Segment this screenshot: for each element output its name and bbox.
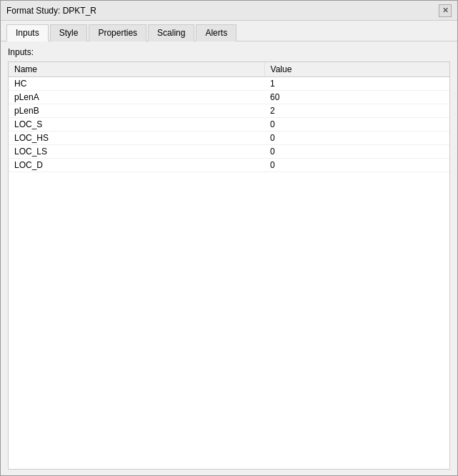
inputs-table: Name Value HC1pLenA60pLenB2LOC_S0LOC_HS0…: [9, 62, 449, 172]
tab-bar: Inputs Style Properties Scaling Alerts: [1, 21, 457, 41]
row-name-cell: LOC_D: [9, 159, 264, 172]
table-row: HC1: [9, 77, 449, 91]
row-value-cell: 60: [264, 91, 449, 104]
table-row: LOC_HS0: [9, 132, 449, 145]
table-row: LOC_LS0: [9, 145, 449, 159]
tab-alerts[interactable]: Alerts: [196, 24, 237, 41]
close-button[interactable]: ✕: [439, 4, 452, 17]
table-row: pLenB2: [9, 104, 449, 118]
row-value-cell: 0: [264, 159, 449, 172]
row-value-cell: 0: [264, 132, 449, 145]
table-header-row: Name Value: [9, 62, 449, 77]
section-label: Inputs:: [8, 47, 450, 57]
row-value-cell: 0: [264, 145, 449, 159]
row-name-cell: LOC_S: [9, 118, 264, 132]
main-window: Format Study: DPKT_R ✕ Inputs Style Prop…: [0, 0, 458, 476]
table-container[interactable]: Name Value HC1pLenA60pLenB2LOC_S0LOC_HS0…: [8, 61, 450, 470]
content-area: Inputs: Name Value HC1pLenA60pLenB2LOC_S…: [1, 41, 457, 475]
column-value-header: Value: [264, 62, 449, 77]
column-name-header: Name: [9, 62, 264, 77]
row-value-cell: 0: [264, 118, 449, 132]
row-name-cell: pLenB: [9, 104, 264, 118]
tab-properties[interactable]: Properties: [89, 24, 146, 41]
table-body: HC1pLenA60pLenB2LOC_S0LOC_HS0LOC_LS0LOC_…: [9, 77, 449, 172]
row-name-cell: LOC_HS: [9, 132, 264, 145]
title-bar: Format Study: DPKT_R ✕: [1, 1, 457, 21]
table-row: LOC_D0: [9, 159, 449, 172]
tab-inputs[interactable]: Inputs: [6, 24, 49, 41]
row-name-cell: HC: [9, 77, 264, 91]
row-name-cell: pLenA: [9, 91, 264, 104]
table-row: pLenA60: [9, 91, 449, 104]
table-row: LOC_S0: [9, 118, 449, 132]
row-name-cell: LOC_LS: [9, 145, 264, 159]
tab-scaling[interactable]: Scaling: [148, 24, 194, 41]
window-title: Format Study: DPKT_R: [6, 6, 96, 16]
row-value-cell: 1: [264, 77, 449, 91]
tab-style[interactable]: Style: [50, 24, 88, 41]
row-value-cell: 2: [264, 104, 449, 118]
